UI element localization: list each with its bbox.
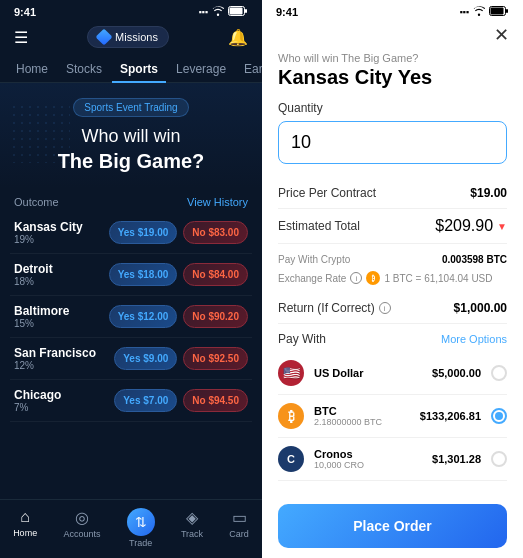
outcome-name: Baltimore 15% (14, 304, 109, 329)
team-pct: 7% (14, 402, 114, 413)
accounts-icon: ◎ (75, 508, 89, 527)
estimated-total-value: $209.90 ▼ (435, 217, 507, 235)
more-options-link[interactable]: More Options (441, 333, 507, 345)
team-name: Detroit (14, 262, 109, 276)
missions-button[interactable]: Missions (87, 26, 169, 48)
team-name: Baltimore (14, 304, 109, 318)
place-order-button[interactable]: Place Order (278, 504, 507, 548)
outcome-buttons: Yes $18.00 No $84.00 (109, 263, 248, 286)
nav-item-trade[interactable]: ⇅ Trade (127, 508, 155, 548)
sports-event-badge: Sports Event Trading (73, 98, 188, 117)
info-icon[interactable]: i (350, 272, 362, 284)
return-info-icon[interactable]: i (379, 302, 391, 314)
card-icon: ▭ (232, 508, 247, 527)
no-button-det[interactable]: No $84.00 (183, 263, 248, 286)
pay-with-crypto-value: 0.003598 BTC (442, 250, 507, 269)
tab-sports[interactable]: Sports (112, 56, 166, 82)
nav-item-card[interactable]: ▭ Card (229, 508, 249, 548)
table-row: Baltimore 15% Yes $12.00 No $90.20 (10, 296, 252, 338)
right-content: Who will win The Big Game? Kansas City Y… (262, 52, 523, 494)
team-name: Chicago (14, 388, 114, 402)
close-button[interactable]: ✕ (494, 24, 509, 46)
currency-option-btc[interactable]: ₿ BTC 2.18000000 BTC $133,206.81 (278, 395, 507, 438)
nav-item-home[interactable]: ⌂ Home (13, 508, 37, 548)
nav-card-label: Card (229, 529, 249, 539)
table-row: Detroit 18% Yes $18.00 No $84.00 (10, 254, 252, 296)
tab-stocks[interactable]: Stocks (58, 56, 110, 82)
wifi-icon-right (473, 6, 485, 18)
top-bar: ☰ Missions 🔔 (0, 22, 262, 56)
time-right: 9:41 (276, 6, 298, 18)
track-icon: ◈ (186, 508, 198, 527)
yes-button-det[interactable]: Yes $18.00 (109, 263, 178, 286)
nav-track-label: Track (181, 529, 203, 539)
team-name: Kansas City (14, 220, 109, 234)
table-row: San Francisco 12% Yes $9.00 No $92.50 (10, 338, 252, 380)
view-history-link[interactable]: View History (187, 196, 248, 208)
yes-button-chi[interactable]: Yes $7.00 (114, 389, 177, 412)
outcome-name: Chicago 7% (14, 388, 114, 413)
quantity-input[interactable] (278, 121, 507, 164)
radio-cro[interactable] (491, 451, 507, 467)
hero-line1: Who will win (81, 126, 180, 146)
outcome-buttons: Yes $7.00 No $94.50 (114, 389, 248, 412)
bell-icon[interactable]: 🔔 (228, 28, 248, 47)
signal-icon-right: ▪▪▪ (459, 7, 469, 17)
team-pct: 15% (14, 318, 109, 329)
dropdown-arrow-icon[interactable]: ▼ (497, 221, 507, 232)
no-button-chi[interactable]: No $94.50 (183, 389, 248, 412)
tab-leverage[interactable]: Leverage (168, 56, 234, 82)
nav-home-label: Home (13, 528, 37, 538)
status-icons-left: ▪▪▪ (198, 6, 248, 18)
tab-home[interactable]: Home (8, 56, 56, 82)
crypto-pay-section: Pay With Crypto 0.003598 BTC Exchange Ra… (278, 244, 507, 293)
hamburger-icon[interactable]: ☰ (14, 28, 28, 47)
currency-option-usd[interactable]: 🇺🇸 US Dollar $5,000.00 (278, 352, 507, 395)
nav-item-track[interactable]: ◈ Track (181, 508, 203, 548)
exchange-rate-label: Exchange Rate (278, 273, 346, 284)
team-pct: 12% (14, 360, 114, 371)
yes-button-kc[interactable]: Yes $19.00 (109, 221, 178, 244)
no-button-sf[interactable]: No $92.50 (183, 347, 248, 370)
usd-flag-icon: 🇺🇸 (278, 360, 304, 386)
cro-flag-icon: C (278, 446, 304, 472)
usd-name: US Dollar (314, 367, 422, 379)
trade-icon: ⇅ (127, 508, 155, 536)
currency-info-usd: US Dollar (314, 367, 422, 379)
radio-usd[interactable] (491, 365, 507, 381)
outcome-name: San Francisco 12% (14, 346, 114, 371)
order-title: Kansas City Yes (278, 66, 507, 89)
radio-btc[interactable] (491, 408, 507, 424)
nav-trade-label: Trade (129, 538, 152, 548)
cro-sub: 10,000 CRO (314, 460, 422, 470)
outcome-name: Detroit 18% (14, 262, 109, 287)
currency-info-btc: BTC 2.18000000 BTC (314, 405, 410, 427)
nav-accounts-label: Accounts (63, 529, 100, 539)
exchange-rate-info: 1 BTC = 61,104.04 USD (384, 273, 492, 284)
btc-amount: $133,206.81 (420, 410, 481, 422)
table-row: Chicago 7% Yes $7.00 No $94.50 (10, 380, 252, 422)
btc-sub: 2.18000000 BTC (314, 417, 410, 427)
status-bar-right: 9:41 ▪▪▪ (262, 0, 523, 22)
no-button-kc[interactable]: No $83.00 (183, 221, 248, 244)
no-button-bal[interactable]: No $90.20 (183, 305, 248, 328)
svg-rect-4 (506, 9, 508, 13)
price-value: $19.00 (470, 186, 507, 200)
outcome-buttons: Yes $9.00 No $92.50 (114, 347, 248, 370)
currency-option-cro[interactable]: C Cronos 10,000 CRO $1,301.28 (278, 438, 507, 481)
wifi-icon (212, 6, 224, 18)
yes-button-sf[interactable]: Yes $9.00 (114, 347, 177, 370)
yes-button-bal[interactable]: Yes $12.00 (109, 305, 178, 328)
left-panel: 9:41 ▪▪▪ ☰ Missions 🔔 Home Stocks Sports… (0, 0, 262, 558)
bottom-nav-left: ⌂ Home ◎ Accounts ⇅ Trade ◈ Track ▭ Card (0, 499, 262, 558)
return-label: Return (If Correct) (278, 301, 375, 315)
team-name: San Francisco (14, 346, 114, 360)
battery-icon (228, 6, 248, 18)
tab-earn[interactable]: Earn (236, 56, 262, 82)
exchange-rate-row: Exchange Rate i ₿ 1 BTC = 61,104.04 USD (278, 269, 507, 291)
svg-rect-2 (230, 8, 243, 15)
nav-item-accounts[interactable]: ◎ Accounts (63, 508, 100, 548)
team-pct: 19% (14, 234, 109, 245)
status-icons-right: ▪▪▪ (459, 6, 509, 18)
hero-line2: The Big Game? (14, 148, 248, 174)
